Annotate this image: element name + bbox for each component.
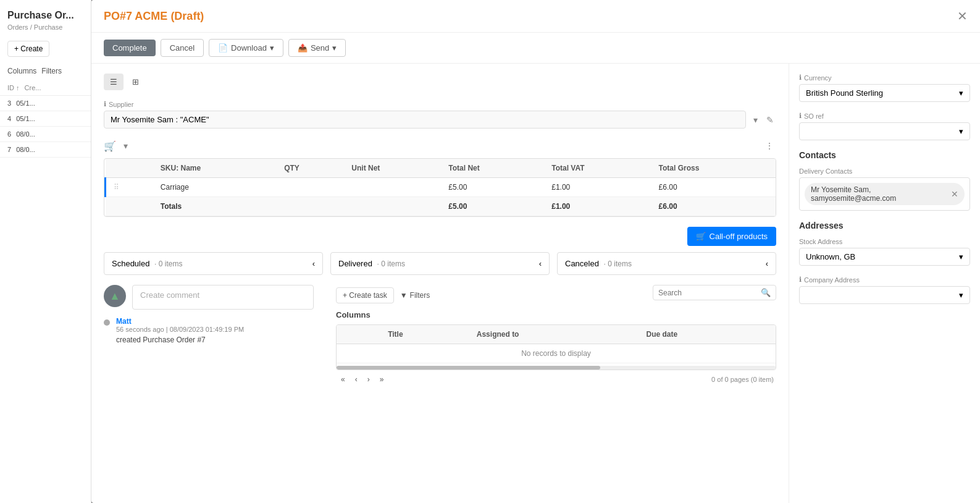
supplier-field-group: ℹ Supplier Mr Yosemite Sam : "ACME" ▾ ✎: [104, 100, 776, 129]
page-next-btn[interactable]: ›: [365, 374, 372, 385]
so-ref-info-icon: ℹ: [799, 112, 802, 120]
delivered-delivery-box[interactable]: Delivered · 0 items ‹: [330, 252, 550, 275]
comments-section: ▲ Create comment Matt 5: [104, 285, 314, 385]
table-dropdown-btn[interactable]: ▾: [121, 138, 130, 153]
currency-field-group: ℹ Currency British Pound Sterling ▾: [799, 74, 970, 102]
cart-icon[interactable]: 🛒: [104, 140, 116, 152]
currency-label: ℹ Currency: [799, 74, 970, 82]
modal-header: PO#7 ACME (Draft) ✕: [91, 0, 980, 33]
tasks-no-records-row: No records to display: [337, 344, 776, 363]
create-button[interactable]: + Create: [7, 41, 49, 57]
col-qty[interactable]: QTY: [277, 159, 344, 178]
tasks-actions: + Create task ▼ Filters: [336, 287, 430, 303]
row-created: 05/1...: [16, 115, 35, 122]
bottom-section: ▲ Create comment Matt 5: [104, 285, 776, 385]
tasks-table-wrapper: Title Assigned to Due date No records to…: [336, 324, 776, 370]
modal-close-button[interactable]: ✕: [957, 9, 968, 23]
page-last-btn[interactable]: »: [377, 374, 387, 385]
comment-input[interactable]: Create comment: [132, 285, 314, 310]
scheduled-delivery-box[interactable]: Scheduled · 0 items ‹: [104, 252, 323, 275]
table-controls: 🛒 ▾: [104, 138, 130, 153]
stock-address-select[interactable]: Unknown, GB ▾: [799, 248, 970, 266]
col-id-header: ID ↑: [7, 84, 20, 91]
send-button[interactable]: 📤 Send ▾: [288, 39, 346, 57]
comment-content: Matt 56 seconds ago | 08/09/2023 01:49:1…: [116, 317, 244, 344]
page-prev-btn[interactable]: ‹: [353, 374, 360, 385]
table-row[interactable]: ⠿ Carriage £5.00 £1.00 £6.00: [106, 178, 776, 197]
comment-text: created Purchase Order #7: [116, 336, 244, 344]
addresses-section-title: Addresses: [799, 221, 970, 230]
list-item[interactable]: 405/1...: [0, 111, 91, 127]
breadcrumb-orders[interactable]: Orders: [7, 23, 28, 31]
supplier-label: ℹ Supplier: [104, 100, 776, 108]
company-address-select[interactable]: ▾: [799, 286, 970, 304]
table-more-btn[interactable]: ⋮: [763, 138, 776, 153]
row-id: 7: [7, 146, 11, 153]
tasks-col-due-date[interactable]: Due date: [639, 325, 776, 344]
so-ref-field-group: ℹ SO ref ▾: [799, 112, 970, 140]
supplier-field-icons: ▾ ✎: [751, 112, 776, 127]
so-ref-arrow: ▾: [959, 127, 963, 136]
totals-net: £5.00: [441, 197, 544, 216]
modal-title: PO#7 ACME (Draft): [104, 10, 204, 23]
list-filters: Columns Filters: [0, 62, 91, 80]
list-item[interactable]: 608/0...: [0, 127, 91, 142]
avatar-logo: ▲: [109, 290, 120, 303]
send-label: Send: [311, 43, 329, 53]
col-total-gross[interactable]: Total Gross: [651, 159, 776, 178]
calloff-icon: 🛒: [696, 232, 706, 241]
cell-total-net: £5.00: [441, 178, 544, 197]
col-total-vat[interactable]: Total VAT: [544, 159, 651, 178]
col-total-net[interactable]: Total Net: [441, 159, 544, 178]
search-input[interactable]: [658, 289, 757, 297]
list-rows: 305/1...405/1...608/0...708/0...: [0, 96, 91, 158]
columns-filter[interactable]: Columns: [7, 67, 36, 75]
supplier-edit-btn[interactable]: ✎: [764, 112, 776, 127]
table-header-row: SKU: Name QTY Unit Net Total Net Total V…: [106, 159, 776, 178]
filters-btn[interactable]: Filters: [41, 67, 62, 75]
col-unit-net[interactable]: Unit Net: [344, 159, 441, 178]
breadcrumb-sep: /: [30, 23, 32, 31]
download-arrow: ▾: [270, 43, 274, 53]
tab-form-view[interactable]: ⊞: [126, 74, 145, 90]
tasks-col-title[interactable]: Title: [380, 325, 469, 344]
supplier-input[interactable]: Mr Yosemite Sam : "ACME": [104, 111, 746, 129]
list-item[interactable]: 708/0...: [0, 142, 91, 158]
comment-meta: Matt 56 seconds ago | 08/09/2023 01:49:1…: [116, 317, 244, 333]
tasks-top-bar: + Create task ▼ Filters 🔍: [336, 285, 776, 305]
delivered-label: Delivered · 0 items: [338, 259, 405, 268]
so-ref-select[interactable]: ▾: [799, 122, 970, 140]
cell-sku-name: Carriage: [153, 178, 277, 197]
tasks-scrollbar[interactable]: [337, 366, 776, 370]
download-button[interactable]: 📄 Download ▾: [209, 39, 283, 57]
page-first-btn[interactable]: «: [338, 374, 348, 385]
list-item[interactable]: 305/1...: [0, 96, 91, 111]
tasks-col-assigned-to[interactable]: Assigned to: [469, 325, 639, 344]
col-sku-name[interactable]: SKU: Name: [153, 159, 277, 178]
breadcrumb-purchase[interactable]: Purchase: [34, 23, 62, 31]
company-address-info: ℹ: [799, 276, 802, 284]
scheduled-count: · 0 items: [154, 260, 182, 268]
totals-row: Totals £5.00 £1.00 £6.00: [106, 197, 776, 216]
tab-list-view[interactable]: ☰: [104, 74, 124, 90]
totals-qty: [277, 197, 344, 216]
canceled-delivery-box[interactable]: Canceled · 0 items ‹: [557, 252, 776, 275]
calloff-label: Call-off products: [710, 232, 768, 241]
pagination-info: 0 of 0 pages (0 item): [711, 376, 774, 383]
create-task-button[interactable]: + Create task: [336, 287, 394, 303]
company-address-label: ℹ Company Address: [799, 276, 970, 284]
currency-value: British Pound Sterling: [806, 88, 883, 98]
so-ref-label: ℹ SO ref: [799, 112, 970, 120]
download-label: Download: [231, 43, 267, 53]
supplier-dropdown-btn[interactable]: ▾: [751, 112, 760, 127]
currency-select[interactable]: British Pound Sterling ▾: [799, 84, 970, 102]
complete-button[interactable]: Complete: [104, 40, 156, 56]
canceled-label: Canceled · 0 items: [565, 259, 632, 268]
filters-button[interactable]: ▼ Filters: [400, 291, 430, 300]
tasks-scrollbar-thumb[interactable]: [337, 366, 600, 370]
cancel-button[interactable]: Cancel: [161, 39, 204, 57]
contact-chip-remove[interactable]: ✕: [951, 189, 958, 199]
tasks-search[interactable]: 🔍: [653, 285, 776, 300]
calloff-products-button[interactable]: 🛒 Call-off products: [687, 227, 776, 246]
drag-handle[interactable]: ⠿: [106, 178, 153, 197]
